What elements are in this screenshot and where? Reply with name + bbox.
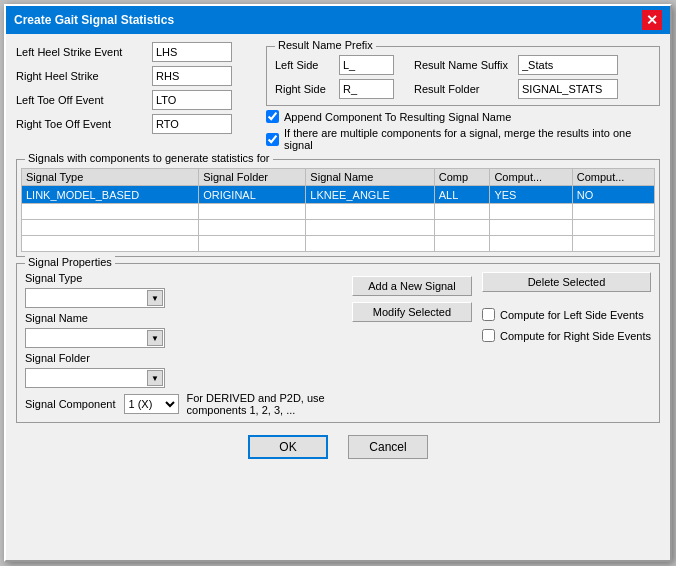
compute-left-label: Compute for Left Side Events [500, 309, 644, 321]
left-side-label: Left Side [275, 59, 335, 71]
right-toe-off-label: Right Toe Off Event [16, 118, 146, 130]
compute-checkboxes: Compute for Left Side Events Compute for… [482, 304, 651, 342]
signal-component-select-wrapper: 1 (X) [124, 394, 179, 414]
component-hint: For DERIVED and P2D, use components 1, 2… [187, 392, 325, 416]
result-name-group-title: Result Name Prefix [275, 39, 376, 51]
dialog-window: Create Gait Signal Statistics ✕ Left Hee… [4, 4, 672, 562]
folder-row: Result Folder [414, 79, 618, 99]
right-side-label: Right Side [275, 83, 335, 95]
col-signal-type: Signal Type [22, 169, 199, 186]
action-buttons: Add a New Signal Modify Selected [352, 272, 472, 416]
right-side-input[interactable] [339, 79, 394, 99]
right-heel-strike-label: Right Heel Strike [16, 70, 146, 82]
right-toe-off-row: Right Toe Off Event [16, 114, 256, 134]
cell-compute1: YES [490, 186, 572, 204]
table-row-empty3 [22, 236, 655, 252]
signal-folder-select[interactable] [25, 368, 165, 388]
signals-table: Signal Type Signal Folder Signal Name Co… [21, 168, 655, 252]
side-inputs: Left Side Right Side [275, 55, 394, 99]
merge-checkbox[interactable] [266, 133, 279, 146]
compute-left-row: Compute for Left Side Events [482, 308, 651, 321]
cell-signal-name: LKNEE_ANGLE [306, 186, 434, 204]
compute-right-row: Compute for Right Side Events [482, 329, 651, 342]
table-row[interactable]: LINK_MODEL_BASED ORIGINAL LKNEE_ANGLE AL… [22, 186, 655, 204]
col-signal-folder: Signal Folder [199, 169, 306, 186]
append-label: Append Component To Resulting Signal Nam… [284, 111, 511, 123]
signal-folder-select-wrapper: ▼ [25, 368, 165, 388]
compute-right-label: Compute for Right Side Events [500, 330, 651, 342]
event-fields: Left Heel Strike Event Right Heel Strike… [16, 42, 256, 151]
compute-left-checkbox[interactable] [482, 308, 495, 321]
signal-type-label: Signal Type [25, 272, 342, 284]
cell-signal-folder: ORIGINAL [199, 186, 306, 204]
cancel-button[interactable]: Cancel [348, 435, 428, 459]
right-section: Delete Selected Compute for Left Side Ev… [482, 272, 651, 416]
title-bar: Create Gait Signal Statistics ✕ [6, 6, 670, 34]
col-comp: Comp [434, 169, 490, 186]
left-side-row: Left Side [275, 55, 394, 75]
right-heel-strike-input[interactable] [152, 66, 232, 86]
signal-component-select[interactable]: 1 (X) [124, 394, 179, 414]
left-toe-off-input[interactable] [152, 90, 232, 110]
signals-table-title: Signals with components to generate stat… [25, 152, 273, 164]
signal-properties-title: Signal Properties [25, 256, 115, 268]
col-signal-name: Signal Name [306, 169, 434, 186]
suffix-input[interactable] [518, 55, 618, 75]
signal-component-label: Signal Component [25, 398, 116, 410]
signals-table-group: Signals with components to generate stat… [16, 159, 660, 257]
bottom-buttons: OK Cancel [16, 429, 660, 463]
merge-label: If there are multiple components for a s… [284, 127, 660, 151]
dialog-title: Create Gait Signal Statistics [14, 13, 174, 27]
left-toe-off-row: Left Toe Off Event [16, 90, 256, 110]
suffix-folder-inputs: Result Name Suffix Result Folder [414, 55, 618, 99]
signal-properties-group: Signal Properties Signal Type ▼ Signal N… [16, 263, 660, 423]
left-heel-strike-label: Left Heel Strike Event [16, 46, 146, 58]
component-hint-line2: components 1, 2, 3, ... [187, 404, 325, 416]
right-toe-off-input[interactable] [152, 114, 232, 134]
delete-selected-button[interactable]: Delete Selected [482, 272, 651, 292]
left-heel-strike-input[interactable] [152, 42, 232, 62]
left-heel-strike-row: Left Heel Strike Event [16, 42, 256, 62]
cell-signal-type: LINK_MODEL_BASED [22, 186, 199, 204]
compute-right-checkbox[interactable] [482, 329, 495, 342]
add-signal-button[interactable]: Add a New Signal [352, 276, 472, 296]
cell-comp: ALL [434, 186, 490, 204]
append-checkbox-row: Append Component To Resulting Signal Nam… [266, 110, 660, 123]
suffix-label: Result Name Suffix [414, 59, 514, 71]
signal-name-select[interactable] [25, 328, 165, 348]
signal-name-select-wrapper: ▼ [25, 328, 165, 348]
table-row-empty2 [22, 220, 655, 236]
signal-folder-label: Signal Folder [25, 352, 342, 364]
append-checkbox[interactable] [266, 110, 279, 123]
signal-type-select-wrapper: ▼ [25, 288, 165, 308]
ok-button[interactable]: OK [248, 435, 328, 459]
result-name-prefix-group: Result Name Prefix Left Side Right Side [266, 46, 660, 106]
props-left-column: Signal Type ▼ Signal Name ▼ Signal Folde… [25, 272, 342, 416]
component-hint-line1: For DERIVED and P2D, use [187, 392, 325, 404]
col-compute1: Comput... [490, 169, 572, 186]
folder-input[interactable] [518, 79, 618, 99]
signal-name-label: Signal Name [25, 312, 342, 324]
signal-component-row: Signal Component 1 (X) For DERIVED and P… [25, 392, 342, 416]
merge-checkbox-row: If there are multiple components for a s… [266, 127, 660, 151]
col-compute2: Comput... [572, 169, 654, 186]
suffix-row: Result Name Suffix [414, 55, 618, 75]
result-name-section: Result Name Prefix Left Side Right Side [266, 42, 660, 151]
left-toe-off-label: Left Toe Off Event [16, 94, 146, 106]
close-button[interactable]: ✕ [642, 10, 662, 30]
signal-type-select[interactable] [25, 288, 165, 308]
cell-compute2: NO [572, 186, 654, 204]
folder-label: Result Folder [414, 83, 514, 95]
right-heel-strike-row: Right Heel Strike [16, 66, 256, 86]
left-side-input[interactable] [339, 55, 394, 75]
modify-selected-button[interactable]: Modify Selected [352, 302, 472, 322]
right-side-row: Right Side [275, 79, 394, 99]
table-row-empty1 [22, 204, 655, 220]
